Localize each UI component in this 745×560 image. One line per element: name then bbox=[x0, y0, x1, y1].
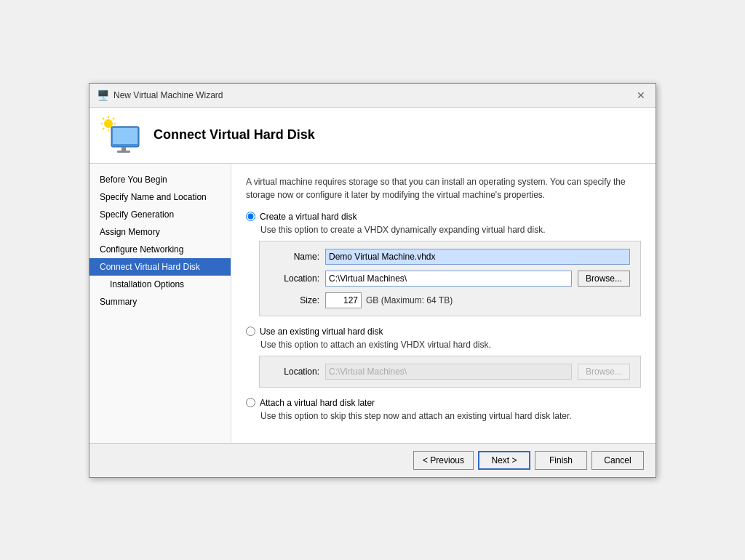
svg-line-5 bbox=[103, 118, 104, 119]
finish-button[interactable]: Finish bbox=[535, 451, 587, 470]
header-icon bbox=[101, 116, 142, 154]
option1-desc: Use this option to create a VHDX dynamic… bbox=[260, 225, 641, 235]
svg-rect-10 bbox=[113, 128, 138, 144]
option3-desc: Use this option to skip this step now an… bbox=[260, 411, 641, 421]
option2-location-label: Location: bbox=[270, 367, 319, 377]
size-input[interactable] bbox=[325, 292, 362, 308]
wizard-body: Before You Begin Specify Name and Locati… bbox=[89, 164, 656, 443]
option3-label[interactable]: Attach a virtual hard disk later bbox=[260, 398, 375, 408]
page-title: Connect Virtual Hard Disk bbox=[154, 127, 315, 143]
next-button[interactable]: Next > bbox=[478, 451, 530, 470]
name-row: Name: bbox=[270, 249, 630, 265]
sidebar-item-specify-gen[interactable]: Specify Generation bbox=[89, 206, 231, 223]
option1-radio[interactable] bbox=[246, 212, 255, 221]
option1-label[interactable]: Create a virtual hard disk bbox=[260, 212, 356, 222]
title-bar-left: 🖥️ New Virtual Machine Wizard bbox=[97, 89, 223, 101]
svg-rect-12 bbox=[117, 151, 130, 153]
sidebar-item-specify-name[interactable]: Specify Name and Location bbox=[89, 188, 231, 206]
option2-location-input[interactable] bbox=[325, 364, 572, 380]
option2-radio[interactable] bbox=[246, 327, 255, 336]
location-input[interactable] bbox=[325, 271, 572, 287]
option3-radio-row: Attach a virtual hard disk later bbox=[246, 398, 641, 408]
option1-field-box: Name: Location: Browse... Size: GB (Maxi… bbox=[259, 241, 641, 316]
location-row: Location: Browse... bbox=[270, 271, 630, 287]
option2-location-row: Location: Browse... bbox=[270, 364, 630, 380]
option1-radio-row: Create a virtual hard disk bbox=[246, 212, 641, 222]
title-bar: 🖥️ New Virtual Machine Wizard ✕ bbox=[89, 84, 656, 108]
sidebar-item-before-you-begin[interactable]: Before You Begin bbox=[89, 171, 231, 188]
option2-section: Use an existing virtual hard disk Use th… bbox=[246, 327, 641, 388]
size-row: Size: GB (Maximum: 64 TB) bbox=[270, 292, 630, 308]
wizard-icon: 🖥️ bbox=[97, 89, 109, 101]
size-unit: GB (Maximum: 64 TB) bbox=[366, 295, 453, 305]
option2-label[interactable]: Use an existing virtual hard disk bbox=[260, 327, 383, 337]
name-input[interactable] bbox=[325, 249, 630, 265]
sidebar-item-assign-memory[interactable]: Assign Memory bbox=[89, 223, 231, 241]
sidebar-item-install-opts[interactable]: Installation Options bbox=[89, 276, 231, 293]
size-controls: GB (Maximum: 64 TB) bbox=[325, 292, 453, 308]
sidebar-item-connect-vhd[interactable]: Connect Virtual Hard Disk bbox=[89, 258, 231, 276]
sidebar: Before You Begin Specify Name and Locati… bbox=[89, 164, 231, 443]
header: Connect Virtual Hard Disk bbox=[89, 108, 656, 164]
previous-button[interactable]: < Previous bbox=[413, 451, 474, 470]
browse-button-2[interactable]: Browse... bbox=[578, 364, 630, 380]
option1-section: Create a virtual hard disk Use this opti… bbox=[246, 212, 641, 316]
sidebar-item-summary[interactable]: Summary bbox=[89, 293, 231, 311]
browse-button-1[interactable]: Browse... bbox=[578, 271, 630, 287]
footer: < Previous Next > Finish Cancel bbox=[89, 443, 656, 477]
size-label: Size: bbox=[270, 295, 319, 305]
name-label: Name: bbox=[270, 252, 319, 262]
option3-radio[interactable] bbox=[246, 398, 255, 407]
cancel-button[interactable]: Cancel bbox=[591, 451, 644, 470]
location-label: Location: bbox=[270, 273, 319, 284]
option3-section: Attach a virtual hard disk later Use thi… bbox=[246, 398, 641, 421]
window-title: New Virtual Machine Wizard bbox=[113, 90, 223, 100]
close-button[interactable]: ✕ bbox=[634, 88, 648, 103]
option2-desc: Use this option to attach an existing VH… bbox=[260, 340, 641, 350]
wizard-window: 🖥️ New Virtual Machine Wizard ✕ Connect … bbox=[89, 83, 656, 478]
sidebar-item-configure-net[interactable]: Configure Networking bbox=[89, 241, 231, 258]
intro-text: A virtual machine requires storage so th… bbox=[246, 175, 641, 201]
svg-line-8 bbox=[103, 128, 104, 129]
svg-line-7 bbox=[113, 118, 114, 119]
main-content: A virtual machine requires storage so th… bbox=[231, 164, 656, 443]
option2-radio-row: Use an existing virtual hard disk bbox=[246, 327, 641, 337]
option2-field-box: Location: Browse... bbox=[259, 356, 641, 388]
